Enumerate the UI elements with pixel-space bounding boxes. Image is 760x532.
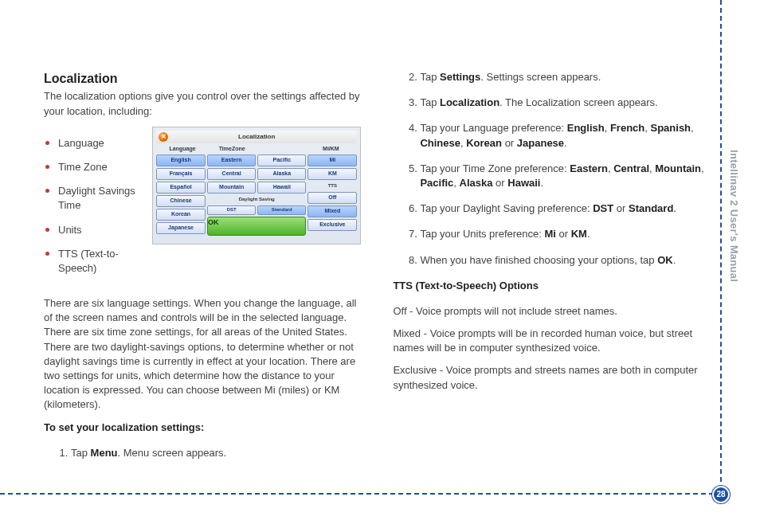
fig-btn-hawaii: Hawaii <box>257 182 306 194</box>
page-content: Localization The localization options gi… <box>0 0 760 532</box>
fig-btn-alaska: Alaska <box>257 168 306 180</box>
fig-btn-francais: Français <box>156 168 206 180</box>
step-5-mountain: Mountain <box>655 162 701 174</box>
step-4-pre: Tap your Language preference: <box>420 122 566 134</box>
bullet-language: Language <box>58 136 139 151</box>
fig-col-units: Mi KM TTS Off Mixed Exclusive <box>308 155 357 241</box>
fig-btn-mixed: Mixed <box>308 205 357 217</box>
step-4-english: English <box>567 122 605 134</box>
fig-btn-mountain: Mountain <box>207 182 256 194</box>
fig-btn-espanol: Español <box>156 182 206 194</box>
step-5-eastern: Eastern <box>570 162 608 174</box>
bullet-tts: TTS (Text-to-Speech) <box>58 247 139 276</box>
fig-btn-japanese: Japanese <box>156 222 206 234</box>
step-3: Tap Localization. The Localization scree… <box>420 96 704 110</box>
fig-btn-dst: DST <box>207 205 256 215</box>
dashed-rule-horizontal <box>0 493 722 495</box>
left-column: Localization The localization options gi… <box>44 70 361 484</box>
step-5-pre: Tap your Time Zone preference: <box>420 162 570 174</box>
step-5-post: . <box>540 177 543 189</box>
step-8-pre: When you have finished choosing your opt… <box>420 254 657 266</box>
dashed-rule-vertical <box>720 0 722 498</box>
bullet-dst: Daylight Savings Time <box>58 184 139 213</box>
fig-btn-english: English <box>156 155 206 166</box>
set-localization-heading: To set your localization settings: <box>44 421 361 435</box>
tts-exclusive-desc: Exclusive - Voice prompts and streets na… <box>393 363 704 392</box>
step-4-chinese: Chinese <box>420 137 460 149</box>
step-6-post: . <box>673 202 676 214</box>
step-1: Tap Menu. Menu screen appears. <box>71 446 361 460</box>
localization-screenshot: ✕ Localization Language TimeZone Mi/KM E… <box>152 127 361 244</box>
fig-btn-mi: Mi <box>308 155 357 166</box>
step-7-mi: Mi <box>544 228 555 240</box>
step-8-post: . <box>673 254 676 266</box>
step-3-bold: Localization <box>440 96 499 108</box>
step-7-pre: Tap your Units preference: <box>420 228 544 240</box>
steps-list-left: Tap Menu. Menu screen appears. <box>44 446 361 460</box>
step-8: When you have finished choosing your opt… <box>420 253 704 268</box>
step-4: Tap your Language preference: English, F… <box>420 121 704 150</box>
fig-hdr-units: Mi/KM <box>306 145 355 153</box>
step-4-post: . <box>564 137 567 149</box>
step-3-pre: Tap <box>420 96 440 108</box>
fig-col-middle: Eastern Pacific Central Alaska Mountain … <box>207 155 306 241</box>
tts-off-desc: Off - Voice prompts will not include str… <box>393 304 704 319</box>
localization-row: Language Time Zone Daylight Savings Time… <box>44 127 361 285</box>
figure-grid: English Français Español Chinese Korean … <box>156 155 357 241</box>
fig-hdr-language: Language <box>158 145 207 153</box>
fig-btn-chinese: Chinese <box>156 195 206 207</box>
fig-hdr-blank <box>257 145 306 153</box>
bullet-units: Units <box>58 223 139 237</box>
localization-body: There are six language settings. When yo… <box>44 296 361 413</box>
step-6-dst: DST <box>593 202 613 214</box>
step-7-km: KM <box>571 228 587 240</box>
figure-column-headers: Language TimeZone Mi/KM <box>156 145 357 155</box>
bullet-timezone: Time Zone <box>58 160 139 174</box>
step-7: Tap your Units preference: Mi or KM. <box>420 227 704 241</box>
step-6-pre: Tap your Daylight Saving preference: <box>420 202 593 214</box>
step-2-pre: Tap <box>420 71 440 83</box>
fig-btn-ok: OK <box>207 217 306 236</box>
step-8-ok: OK <box>657 254 673 266</box>
tts-heading: TTS (Text-to-Speech) Options <box>393 279 704 293</box>
step-1-pre: Tap <box>71 447 91 459</box>
step-5-hawaii: Hawaii <box>507 177 540 189</box>
fig-btn-km: KM <box>308 168 357 180</box>
step-4-japanese: Japanese <box>517 137 564 149</box>
localization-intro: The localization options give you contro… <box>44 89 361 118</box>
fig-daylight-label: Daylight Saving <box>207 195 306 204</box>
section-title-localization: Localization <box>44 70 361 88</box>
fig-btn-central: Central <box>207 168 256 180</box>
step-1-bold: Menu <box>91 447 118 459</box>
step-5-pacific: Pacific <box>420 177 453 189</box>
step-7-post: . <box>587 228 590 240</box>
fig-hdr-timezone: TimeZone <box>207 145 257 153</box>
close-icon: ✕ <box>159 132 168 142</box>
right-column: Tap Settings. Settings screen appears. T… <box>393 70 704 484</box>
tts-mixed-desc: Mixed - Voice prompts will be in recorde… <box>393 327 704 355</box>
step-5-central: Central <box>613 162 649 174</box>
step-2: Tap Settings. Settings screen appears. <box>420 70 704 84</box>
step-6-standard: Standard <box>629 202 673 214</box>
figure-titlebar: ✕ Localization <box>156 131 357 143</box>
fig-btn-off: Off <box>308 192 357 204</box>
step-2-bold: Settings <box>440 71 480 83</box>
fig-btn-exclusive: Exclusive <box>308 219 357 231</box>
fig-btn-standard: Standard <box>257 205 306 215</box>
fig-col-language: English Français Español Chinese Korean … <box>156 155 206 241</box>
step-4-korean: Korean <box>466 137 502 149</box>
fig-btn-pacific: Pacific <box>257 155 306 166</box>
step-5-alaska: Alaska <box>460 177 493 189</box>
fig-btn-korean: Korean <box>156 209 206 221</box>
step-1-post: . Menu screen appears. <box>118 447 227 459</box>
localization-bullet-list: Language Time Zone Daylight Savings Time… <box>44 127 139 285</box>
steps-list-right: Tap Settings. Settings screen appears. T… <box>393 70 704 268</box>
step-5: Tap your Time Zone preference: Eastern, … <box>420 162 704 190</box>
figure-title: Localization <box>238 132 275 141</box>
step-4-french: French <box>610 122 644 134</box>
fig-tts-label: TTS <box>308 182 357 190</box>
step-6: Tap your Daylight Saving preference: DST… <box>420 201 704 216</box>
side-tab-title: Intellinav 2 User's Manual <box>727 150 741 282</box>
page-number-badge: 28 <box>712 486 730 503</box>
step-3-post: . The Localization screen appears. <box>499 96 658 108</box>
